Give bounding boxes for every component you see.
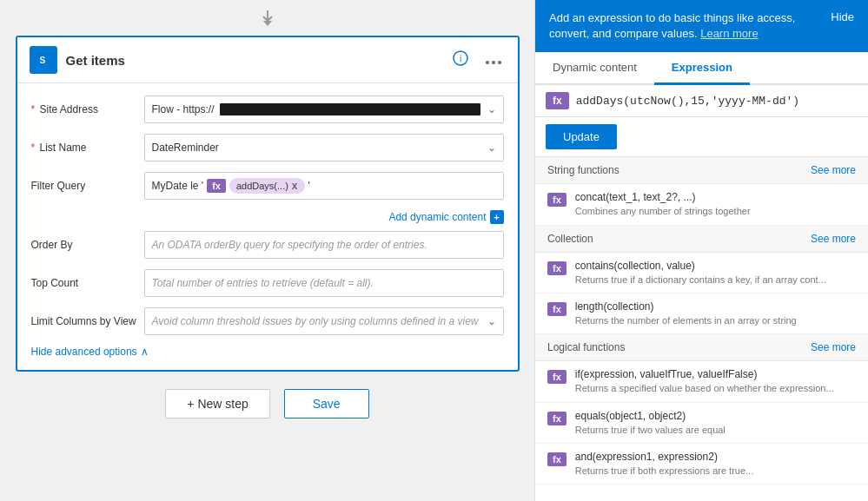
tab-dynamic-content[interactable]: Dynamic content	[535, 52, 654, 85]
list-name-input[interactable]: DateReminder ⌄	[144, 134, 504, 162]
order-by-row: Order By An ODATA orderBy query for spec…	[31, 231, 504, 259]
learn-more-link[interactable]: Learn more	[700, 27, 758, 40]
filter-query-row: Filter Query MyDate le ' fx addDays(...)…	[31, 172, 504, 200]
fx-icon-contains: fx	[547, 261, 567, 275]
get-items-card: S Get items i * Site Address	[16, 36, 520, 372]
fx-icon-equals: fx	[547, 412, 567, 425]
fx-icon-and: fx	[547, 452, 567, 466]
string-functions-title: String functions	[547, 164, 620, 176]
expression-bar: fx addDays(utcNow(),15,'yyyy-MM-dd')	[535, 85, 868, 117]
limit-columns-row: Limit Columns by View Avoid column thres…	[31, 307, 504, 335]
update-button[interactable]: Update	[546, 124, 617, 149]
site-address-row: * Site Address Flow - https:// ⌄	[31, 96, 504, 123]
required-star-2: *	[31, 142, 36, 154]
left-panel: S Get items i * Site Address	[0, 0, 534, 501]
svg-point-6	[492, 61, 495, 64]
fx-badge: fx	[546, 92, 569, 109]
card-title: Get items	[66, 53, 448, 68]
func-info-if: if(expression, valueIfTrue, valueIfFalse…	[575, 368, 856, 394]
add-dynamic-icon: +	[490, 210, 504, 224]
filter-suffix: '	[308, 180, 310, 192]
collection-title: Collection	[547, 233, 593, 245]
top-count-row: Top Count Total number of entries to ret…	[31, 269, 504, 297]
func-item-if[interactable]: fx if(expression, valueIfTrue, valueIfFa…	[535, 361, 868, 402]
limit-columns-input[interactable]: Avoid column threshold issues by only us…	[144, 307, 504, 335]
hide-advanced-icon: ∧	[141, 346, 149, 358]
add-dynamic-link[interactable]: Add dynamic content +	[388, 210, 503, 224]
hide-panel-button[interactable]: Hide	[831, 10, 854, 23]
info-button[interactable]: i	[448, 49, 473, 71]
add-dynamic-row: Add dynamic content +	[31, 210, 504, 224]
svg-text:i: i	[460, 54, 461, 63]
svg-point-7	[498, 61, 501, 64]
remove-chip-button[interactable]: x	[292, 180, 298, 192]
tabs-bar: Dynamic content Expression	[535, 52, 868, 85]
site-chevron[interactable]: ⌄	[487, 103, 496, 115]
function-list: String functions See more fx concat(text…	[535, 157, 868, 501]
right-header: Add an expression to do basic things lik…	[535, 0, 868, 52]
sharepoint-icon: S	[30, 46, 57, 74]
top-count-input[interactable]: Total number of entries to retrieve (def…	[144, 269, 504, 297]
flow-arrow	[259, 9, 276, 29]
func-info-and: and(expression1, expression2) Returns tr…	[575, 451, 856, 477]
func-item-concat[interactable]: fx concat(text_1, text_2?, ...) Combines…	[535, 184, 868, 225]
order-by-label: Order By	[31, 239, 144, 251]
hide-advanced-link[interactable]: Hide advanced options ∧	[31, 346, 504, 358]
filter-fx-chip: fx	[207, 179, 226, 193]
site-address-input[interactable]: Flow - https:// ⌄	[144, 96, 504, 123]
redacted-value	[220, 103, 480, 115]
filter-query-label: Filter Query	[31, 180, 144, 192]
filter-func-chip[interactable]: addDays(...) x	[229, 178, 305, 194]
order-by-input[interactable]: An ODATA orderBy query for specifying th…	[144, 231, 504, 259]
func-info-equals: equals(object1, object2) Returns true if…	[575, 410, 856, 436]
card-header: S Get items i	[17, 37, 518, 83]
right-header-text: Add an expression to do basic things lik…	[549, 10, 820, 42]
tab-expression[interactable]: Expression	[654, 52, 750, 85]
logical-functions-title: Logical functions	[547, 341, 625, 353]
list-name-label: * List Name	[31, 142, 144, 154]
card-actions: i	[448, 49, 506, 71]
card-body: * Site Address Flow - https:// ⌄ * List …	[17, 83, 518, 370]
new-step-button[interactable]: + New step	[165, 389, 269, 419]
limit-columns-label: Limit Columns by View	[31, 315, 144, 327]
bottom-actions: + New step Save	[165, 389, 368, 419]
func-info-concat: concat(text_1, text_2?, ...) Combines an…	[575, 191, 856, 217]
logical-functions-header: Logical functions See more	[535, 334, 868, 361]
required-star: *	[31, 103, 36, 115]
collection-header: Collection See more	[535, 226, 868, 253]
expression-input[interactable]: addDays(utcNow(),15,'yyyy-MM-dd')	[576, 95, 858, 108]
fx-icon-if: fx	[547, 370, 567, 384]
string-see-more[interactable]: See more	[811, 164, 856, 176]
filter-query-input[interactable]: MyDate le ' fx addDays(...) x '	[144, 172, 504, 200]
list-chevron[interactable]: ⌄	[487, 142, 496, 154]
svg-marker-0	[263, 21, 272, 26]
func-item-length[interactable]: fx length(collection) Returns the number…	[535, 293, 868, 334]
fx-icon-length: fx	[547, 302, 567, 316]
logical-see-more[interactable]: See more	[811, 341, 856, 353]
site-address-label: * Site Address	[31, 103, 144, 115]
list-name-row: * List Name DateReminder ⌄	[31, 134, 504, 162]
top-count-label: Top Count	[31, 277, 144, 289]
fx-icon-concat: fx	[547, 193, 567, 207]
save-button[interactable]: Save	[284, 389, 369, 419]
more-button[interactable]	[481, 50, 506, 69]
func-info-contains: contains(collection, value) Returns true…	[575, 260, 856, 286]
svg-text:S: S	[39, 56, 45, 65]
func-item-and[interactable]: fx and(expression1, expression2) Returns…	[535, 444, 868, 485]
filter-prefix: MyDate le '	[152, 180, 204, 192]
func-info-length: length(collection) Returns the number of…	[575, 300, 856, 326]
update-row: Update	[535, 117, 868, 157]
func-item-equals[interactable]: fx equals(object1, object2) Returns true…	[535, 403, 868, 444]
func-item-contains[interactable]: fx contains(collection, value) Returns t…	[535, 253, 868, 293]
string-functions-header: String functions See more	[535, 157, 868, 184]
svg-point-5	[486, 61, 489, 64]
right-panel: Add an expression to do basic things lik…	[534, 0, 868, 501]
site-prefix: Flow - https://	[152, 103, 215, 115]
limit-columns-chevron[interactable]: ⌄	[487, 315, 496, 327]
collection-see-more[interactable]: See more	[811, 233, 856, 245]
